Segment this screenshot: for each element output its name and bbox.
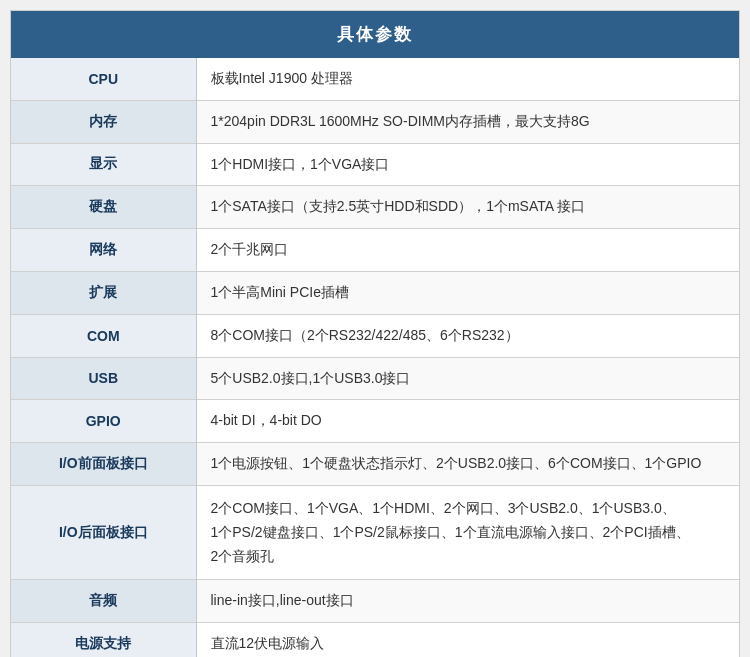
spec-label: I/O后面板接口 bbox=[11, 485, 196, 579]
spec-label: 电源支持 bbox=[11, 623, 196, 657]
spec-label: 网络 bbox=[11, 229, 196, 272]
table-title: 具体参数 bbox=[11, 11, 739, 58]
spec-value: 5个USB2.0接口,1个USB3.0接口 bbox=[196, 357, 739, 400]
spec-label: CPU bbox=[11, 58, 196, 100]
spec-value: line-in接口,line-out接口 bbox=[196, 580, 739, 623]
spec-table: CPU板载Intel J1900 处理器内存1*204pin DDR3L 160… bbox=[11, 58, 739, 657]
spec-label: 显示 bbox=[11, 143, 196, 186]
spec-value: 2个千兆网口 bbox=[196, 229, 739, 272]
spec-value: 1个半高Mini PCIe插槽 bbox=[196, 271, 739, 314]
spec-value: 直流12伏电源输入 bbox=[196, 623, 739, 657]
spec-value: 1*204pin DDR3L 1600MHz SO-DIMM内存插槽，最大支持8… bbox=[196, 100, 739, 143]
spec-value: 2个COM接口、1个VGA、1个HDMI、2个网口、3个USB2.0、1个USB… bbox=[196, 485, 739, 579]
spec-label: 音频 bbox=[11, 580, 196, 623]
spec-label: 硬盘 bbox=[11, 186, 196, 229]
spec-value: 8个COM接口（2个RS232/422/485、6个RS232） bbox=[196, 314, 739, 357]
spec-label: GPIO bbox=[11, 400, 196, 443]
spec-value: 1个电源按钮、1个硬盘状态指示灯、2个USB2.0接口、6个COM接口、1个GP… bbox=[196, 443, 739, 486]
spec-value: 板载Intel J1900 处理器 bbox=[196, 58, 739, 100]
spec-label: USB bbox=[11, 357, 196, 400]
spec-label: COM bbox=[11, 314, 196, 357]
spec-label: I/O前面板接口 bbox=[11, 443, 196, 486]
spec-value: 4-bit DI，4-bit DO bbox=[196, 400, 739, 443]
spec-value: 1个SATA接口（支持2.5英寸HDD和SDD），1个mSATA 接口 bbox=[196, 186, 739, 229]
spec-label: 扩展 bbox=[11, 271, 196, 314]
spec-value: 1个HDMI接口，1个VGA接口 bbox=[196, 143, 739, 186]
spec-label: 内存 bbox=[11, 100, 196, 143]
spec-table-container: 具体参数 CPU板载Intel J1900 处理器内存1*204pin DDR3… bbox=[10, 10, 740, 657]
